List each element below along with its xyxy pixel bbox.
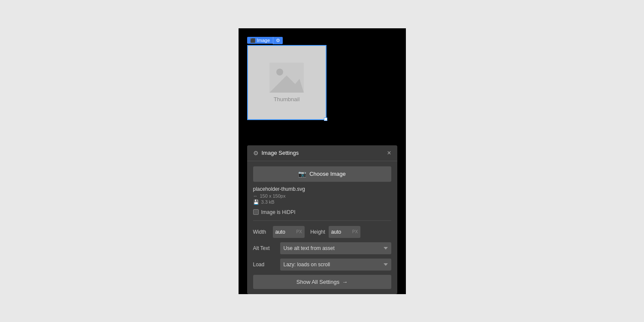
show-all-settings-button[interactable]: Show All Settings →	[253, 275, 391, 289]
file-meta: ↔ 150 x 150px 💾 3.3 kB	[253, 193, 391, 205]
settings-title: Image Settings	[262, 150, 299, 156]
hidpi-checkbox[interactable]	[253, 209, 259, 215]
settings-panel: ⚙ Image Settings × 📷 Choose Image placeh…	[247, 145, 397, 294]
choose-image-button[interactable]: 📷 Choose Image	[253, 166, 391, 182]
image-thumbnail-block: Thumbnail	[247, 45, 327, 120]
alt-text-label: Alt Text	[253, 245, 277, 251]
resize-handle[interactable]	[324, 117, 327, 121]
hidpi-label: Image is HiDPI	[261, 209, 296, 215]
dimension-row: Width PX Height PX	[253, 226, 391, 238]
close-button[interactable]: ×	[387, 150, 391, 156]
show-all-label: Show All Settings	[296, 279, 339, 285]
image-settings-icon-tag[interactable]: ⚙	[273, 37, 283, 44]
camera-icon: 📷	[298, 170, 306, 178]
file-dimensions-row: ↔ 150 x 150px	[253, 193, 391, 199]
svg-point-1	[276, 69, 283, 75]
height-unit: PX	[352, 229, 360, 234]
alt-text-select[interactable]: Use alt text from asset Custom alt text …	[280, 242, 391, 254]
size-icon: 💾	[253, 199, 259, 205]
image-label-bar: ⬛ Image ⚙	[247, 37, 327, 44]
dimensions-icon: ↔	[253, 193, 258, 199]
settings-body: 📷 Choose Image placeholder-thumb.svg ↔ 1…	[247, 161, 397, 294]
image-label-tag[interactable]: ⬛ Image	[247, 37, 273, 44]
thumbnail-placeholder	[269, 63, 304, 93]
width-input-wrap: PX	[273, 226, 305, 238]
image-block-wrapper: ⬛ Image ⚙ Thumbnail	[247, 37, 327, 120]
height-label: Height	[308, 229, 325, 235]
divider-1	[253, 220, 391, 221]
alt-text-row: Alt Text Use alt text from asset Custom …	[253, 242, 391, 254]
hidpi-row: Image is HiDPI	[253, 209, 391, 215]
file-dimensions: 150 x 150px	[260, 193, 286, 199]
file-name: placeholder-thumb.svg	[253, 186, 391, 192]
height-input[interactable]	[329, 229, 352, 235]
show-all-arrow: →	[342, 279, 348, 285]
gear-icon: ⚙	[276, 38, 280, 43]
settings-header: ⚙ Image Settings ×	[247, 145, 397, 161]
load-label: Load	[253, 262, 277, 268]
load-row: Load Lazy: loads on scroll Eager: loads …	[253, 259, 391, 271]
height-input-wrap: PX	[329, 226, 360, 238]
file-info: placeholder-thumb.svg ↔ 150 x 150px 💾 3.…	[253, 186, 391, 205]
load-select[interactable]: Lazy: loads on scroll Eager: loads immed…	[280, 259, 391, 271]
choose-image-label: Choose Image	[309, 171, 346, 177]
settings-header-left: ⚙ Image Settings	[253, 150, 299, 156]
image-type-icon: ⬛	[250, 38, 255, 43]
file-size: 3.3 kB	[261, 199, 275, 205]
image-label-text: Image	[257, 38, 270, 43]
width-unit: PX	[296, 229, 305, 234]
width-input[interactable]	[273, 229, 296, 235]
thumbnail-label: Thumbnail	[274, 96, 300, 102]
width-label: Width	[253, 229, 269, 235]
canvas-area: ⬛ Image ⚙ Thumbnail ⚙ Image Sett	[239, 28, 406, 294]
file-size-row: 💾 3.3 kB	[253, 199, 391, 205]
settings-gear-icon: ⚙	[253, 150, 259, 156]
